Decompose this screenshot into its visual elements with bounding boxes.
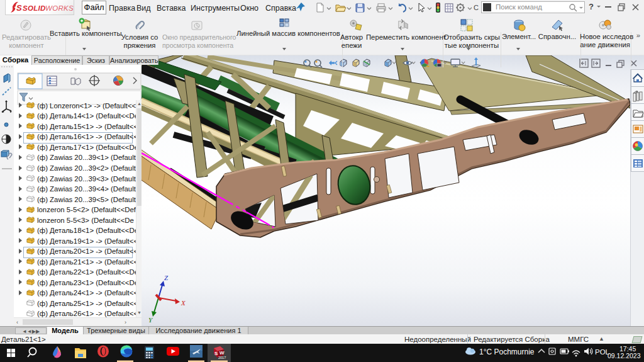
svg-text:C...: C...: [474, 4, 479, 11]
svg-text:S: S: [16, 3, 22, 13]
svg-text:X: X: [180, 299, 186, 307]
svg-text:Z: Z: [164, 274, 169, 281]
svg-text:WORKS: WORKS: [45, 4, 74, 12]
svg-text:SOLID: SOLID: [23, 4, 46, 12]
svg-text:1°C Pochmurnie: 1°C Pochmurnie: [479, 348, 535, 356]
svg-text:2017: 2017: [218, 356, 226, 359]
svg-text:09.12.2023: 09.12.2023: [608, 352, 641, 359]
svg-text:W: W: [219, 350, 225, 356]
